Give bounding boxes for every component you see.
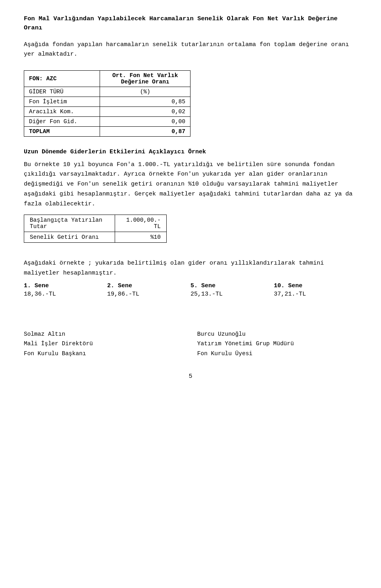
main-title: Fon Mal Varlığından Yapılabilecek Harcam…	[24, 14, 357, 33]
aracilik-kom-value: 0,02	[100, 106, 190, 116]
year-10-label: 10. Sene	[274, 282, 357, 289]
signatories: Solmaz Altın Mali İşler Direktörü Fon Ku…	[24, 329, 357, 359]
right-title2: Fon Kurulu Üyesi	[197, 349, 357, 359]
intro-text: Aşağıda fondan yapılan harcamaların sene…	[24, 40, 357, 59]
body-text-1: Bu örnekte 10 yıl boyunca Fon'a 1.000.-T…	[24, 160, 357, 209]
left-name: Solmaz Altın	[24, 329, 184, 339]
right-name: Burcu Uzunoğlu	[197, 329, 357, 339]
toplam-value: 0,87	[100, 126, 190, 136]
year-1-label: 1. Sene	[24, 282, 107, 289]
left-title1: Mali İşler Direktörü	[24, 339, 184, 349]
year-2-col: 2. Sene 19,86.-TL	[107, 282, 190, 298]
year-1-col: 1. Sene 18,36.-TL	[24, 282, 107, 298]
yatirilan-tutar-label: Başlangıçta YatırılanTutar	[24, 215, 115, 232]
year-2-label: 2. Sene	[107, 282, 190, 289]
fon-isletim-label: Fon İşletim	[24, 97, 100, 106]
fon-isletim-value: 0,85	[100, 97, 190, 106]
year-2-value: 19,86.-TL	[107, 291, 190, 298]
aracilik-kom-label: Aracılık Kom.	[24, 106, 100, 116]
year-1-value: 18,36.-TL	[24, 291, 107, 298]
diger-fon-gid-label: Diğer Fon Gid.	[24, 116, 100, 126]
year-10-value: 37,21.-TL	[274, 291, 357, 298]
left-title2: Fon Kurulu Başkanı	[24, 349, 184, 359]
years-row: 1. Sene 18,36.-TL 2. Sene 19,86.-TL 5. S…	[24, 282, 357, 298]
years-section: Aşağıdaki örnekte ; yukarıda belirtilmiş…	[24, 259, 357, 298]
cost-table: FON: AZC Ort. Fon Net VarlıkDeğerine Ora…	[24, 70, 190, 137]
bottom-text: Aşağıdaki örnekte ; yukarıda belirtilmiş…	[24, 259, 357, 279]
year-5-value: 25,13.-TL	[190, 291, 274, 298]
page-number: 5	[24, 373, 357, 380]
toplam-label: TOPLAM	[24, 126, 100, 136]
year-5-label: 5. Sene	[190, 282, 274, 289]
year-10-col: 10. Sene 37,21.-TL	[274, 282, 357, 298]
diger-fon-gid-value: 0,00	[100, 116, 190, 126]
senelik-getiri-value: %10	[115, 232, 167, 243]
fon-label: FON: AZC	[24, 70, 100, 87]
signatory-left: Solmaz Altın Mali İşler Direktörü Fon Ku…	[24, 329, 184, 359]
senelik-getiri-label: Senelik Getiri Oranı	[24, 232, 115, 243]
table-header-rate: Ort. Fon Net VarlıkDeğerine Oranı	[100, 70, 190, 87]
gider-turu-label: GİDER TÜRÜ	[24, 87, 100, 97]
gider-turu-header: (%)	[100, 87, 190, 97]
section-title: Uzun Dönemde Giderlerin Etkilerini Açıkl…	[24, 149, 357, 155]
signatory-right: Burcu Uzunoğlu Yatırım Yönetimi Grup Müd…	[197, 329, 357, 359]
info-table: Başlangıçta YatırılanTutar 1.000,00.-TL …	[24, 215, 167, 243]
year-5-col: 5. Sene 25,13.-TL	[190, 282, 274, 298]
yatirilan-tutar-value: 1.000,00.-TL	[115, 215, 167, 232]
right-title1: Yatırım Yönetimi Grup Müdürü	[197, 339, 357, 349]
